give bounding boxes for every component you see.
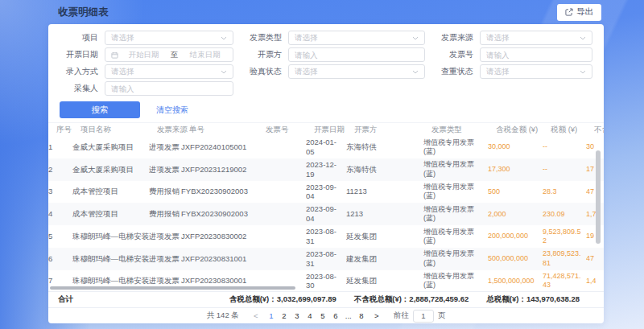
main-panel: 项目 请选择 发票类型 请选择 发票来源 请选择 [48,24,604,323]
filter-label: 发票类型 [237,32,282,43]
verify-status-select[interactable]: 请选择 [288,64,425,79]
cell-type: 增值税专用发票(蓝) [423,160,488,179]
column-header: 发票来源 [157,125,189,135]
filter-actions: 搜索 清空搜索 [60,101,592,118]
project-select[interactable]: 请选择 [105,31,233,45]
filter-field-project: 项目 请选择 [53,31,233,45]
cell-amount: 1,500,000,000 [488,277,543,286]
cell-tax: 9,523,809.52 [543,228,586,246]
pagination-pages: 123456...8 [265,311,368,320]
invoice-source-select[interactable]: 请选择 [480,31,592,45]
cell-amount: 500 [488,187,543,196]
cell-amount: 500,000,000 [488,254,543,263]
filter-field-dup-check-status: 查重状态 请选择 [428,64,592,79]
summary-item-label: 不含税总额(¥)： [354,294,410,303]
cell-date: 2023-08-31 [306,249,346,269]
cell-doc_no: FYBX20230902003 [181,187,258,196]
vertical-scrollbar[interactable] [596,150,601,244]
column-header: 序号 [56,125,80,135]
invoice-type-select[interactable]: 请选择 [288,31,425,45]
invoice-no-input[interactable] [486,51,586,60]
pagination-prev-button[interactable]: < [250,311,262,320]
filter-field-verify-status: 验真状态 请选择 [237,64,425,79]
cell-amount: 30,000 [488,142,543,151]
clear-search-link[interactable]: 清空搜索 [156,105,188,116]
cell-doc_no: JXFP20231219002 [181,165,258,175]
summary-item-value: 2,888,728,459.62 [409,294,469,303]
chevron-down-icon [412,70,419,74]
select-placeholder: 请选择 [111,67,134,77]
start-date-placeholder: 开始日期 [122,50,166,60]
cell-doc_no: JXFP20240105001 [181,142,258,152]
cell-source: 进项发票 [149,165,181,175]
summary-total-label: 合计 [58,294,73,305]
summary-incl-tax: 含税总额(¥)：3,032,699,097.89 [229,294,336,305]
cell-issuer: 东海特供 [346,142,423,152]
cell-type: 增值税专用发票(蓝) [423,138,488,157]
column-header: 项目名称 [80,125,157,135]
cell-tax: 71,428,571.43 [543,272,586,290]
cell-doc_no: JXFP20230830002 [181,232,258,241]
pagination-page[interactable]: 5 [316,311,329,320]
cell-net: 1,7 [586,210,604,219]
cell-issuer: 延发集团 [346,276,423,286]
entry-method-select[interactable]: 请选择 [105,64,233,79]
table-row: 5珠穆朗玛峰—电梯安装进项发票JXFP202308300022023-08-31… [48,225,604,248]
cell-type: 增值税专用发票(蓝) [423,228,488,246]
cell-net: 17 [586,165,604,174]
table-body: 1金威大厦采购项目进项发票JXFP202401050012024-01-05东海… [48,136,604,291]
jump-page-input[interactable] [413,310,434,323]
horizontal-scrollbar[interactable] [50,286,295,290]
collector-input-wrap [105,81,233,96]
cell-issuer: 延发集团 [346,232,423,241]
calendar-icon [111,51,118,59]
cell-issuer: 建发集团 [346,254,423,264]
pagination-page[interactable]: 4 [303,311,316,320]
collector-input[interactable] [111,84,227,93]
pagination-page[interactable]: 1 [265,311,278,320]
column-header: 含税金额 (¥) [496,125,551,135]
pagination-page[interactable]: 6 [329,311,342,320]
cell-type: 增值税专用发票(蓝) [423,249,488,268]
column-header: 税额 (¥) [551,125,594,135]
search-button[interactable]: 搜索 [60,101,140,118]
cell-no: 4 [48,209,72,219]
cell-source: 进项发票 [149,276,181,286]
filter-label: 开票日期 [53,49,98,60]
cell-date: 2023-09-04 [306,204,346,224]
cell-source: 费用报销 [149,187,181,196]
issuer-input[interactable] [295,51,419,60]
filter-label: 查重状态 [428,66,473,77]
summary-excl-tax: 不含税总额(¥)：2,888,728,459.62 [354,294,469,305]
dup-check-status-select[interactable]: 请选择 [480,64,592,79]
export-button[interactable]: 导出 [557,4,601,21]
table-row: 1金威大厦采购项目进项发票JXFP202401050012024-01-05东海… [48,136,604,158]
cell-net: 47 [586,254,604,263]
cell-net: 19 [586,232,604,241]
cell-no: 1 [48,142,72,152]
filter-label: 发票来源 [428,32,473,43]
pagination-ellipsis[interactable]: ... [342,311,355,320]
filter-label: 开票方 [237,49,282,60]
filter-field-invoice-date: 开票日期 开始日期 至 结束日期 [53,47,233,62]
cell-project: 金威大厦采购项目 [72,142,149,152]
filter-label: 项目 [53,32,98,43]
cell-source: 费用报销 [149,209,181,219]
pagination-page[interactable]: 8 [355,311,368,320]
filter-label: 发票号 [428,49,473,60]
cell-net: 30 [586,142,604,151]
pagination-page[interactable]: 2 [278,311,291,320]
summary-item-value: 143,970,638.28 [526,294,580,303]
filter-field-issuer: 开票方 [237,47,425,62]
cell-doc_no: FYBX20230902003 [181,209,258,219]
cell-doc_no: JXFP20230831001 [181,254,258,264]
pagination-next-button[interactable]: > [371,311,382,320]
pagination-page[interactable]: 3 [291,311,303,320]
table-row: 6珠穆朗玛峰—电梯安装进项发票JXFP202308310012023-08-31… [48,248,604,270]
column-header: 不含税金额 (¥) [594,125,604,135]
invoice-date-range-picker[interactable]: 开始日期 至 结束日期 [105,47,233,62]
pagination: 共 142 条 < 123456...8 > 前往 页 [48,307,604,323]
chevron-down-icon [580,36,586,40]
pagination-jump: 前往 页 [394,310,446,323]
cell-project: 金威大厦采购项目 [72,165,149,175]
